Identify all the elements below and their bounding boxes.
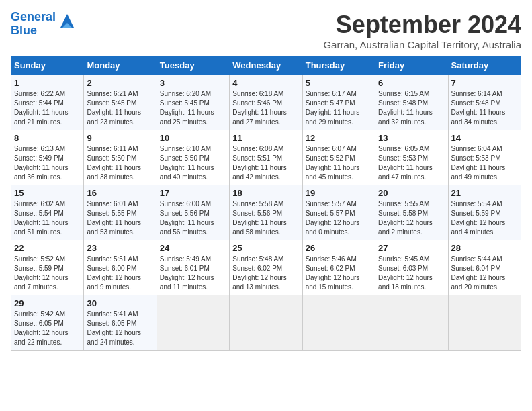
day-number: 28 [451, 243, 518, 253]
day-number: 16 [87, 188, 153, 198]
weekday-header-sunday: Sunday [11, 56, 84, 75]
weekday-header-row: SundayMondayTuesdayWednesdayThursdayFrid… [11, 56, 521, 75]
day-info: Sunrise: 6:17 AMSunset: 5:47 PMDaylight:… [306, 90, 360, 126]
day-number: 10 [160, 133, 226, 143]
calendar-cell [448, 295, 521, 351]
logo-icon [57, 11, 77, 31]
day-info: Sunrise: 5:41 AMSunset: 6:05 PMDaylight:… [87, 310, 141, 346]
calendar-cell [302, 295, 375, 351]
day-info: Sunrise: 5:42 AMSunset: 6:05 PMDaylight:… [14, 310, 69, 346]
day-number: 11 [232, 133, 299, 143]
calendar-cell: 30 Sunrise: 5:41 AMSunset: 6:05 PMDaylig… [84, 295, 157, 351]
weekday-header-monday: Monday [84, 56, 157, 75]
day-info: Sunrise: 5:51 AMSunset: 6:00 PMDaylight:… [87, 255, 141, 291]
day-number: 20 [378, 188, 445, 198]
calendar-week-row: 15 Sunrise: 6:02 AMSunset: 5:54 PMDaylig… [11, 185, 521, 240]
calendar-cell: 12 Sunrise: 6:07 AMSunset: 5:52 PMDaylig… [302, 130, 375, 185]
location-subtitle: Garran, Australian Capital Territory, Au… [323, 39, 521, 50]
day-number: 30 [87, 298, 153, 308]
day-number: 24 [160, 243, 226, 253]
logo-text: GeneralBlue [11, 11, 56, 38]
day-info: Sunrise: 6:05 AMSunset: 5:53 PMDaylight:… [378, 145, 433, 181]
day-info: Sunrise: 6:04 AMSunset: 5:53 PMDaylight:… [451, 145, 506, 181]
day-info: Sunrise: 6:15 AMSunset: 5:48 PMDaylight:… [378, 90, 433, 126]
calendar-cell: 13 Sunrise: 6:05 AMSunset: 5:53 PMDaylig… [375, 130, 448, 185]
month-title: September 2024 [323, 11, 521, 39]
day-number: 5 [306, 78, 372, 88]
title-area: September 2024 Garran, Australian Capita… [323, 11, 521, 50]
day-number: 6 [378, 78, 445, 88]
day-number: 2 [87, 78, 153, 88]
calendar-cell [230, 295, 302, 351]
calendar-week-row: 22 Sunrise: 5:52 AMSunset: 5:59 PMDaylig… [11, 240, 521, 295]
calendar-week-row: 29 Sunrise: 5:42 AMSunset: 6:05 PMDaylig… [11, 295, 521, 351]
calendar-cell [375, 295, 448, 351]
weekday-header-friday: Friday [375, 56, 448, 75]
day-number: 4 [232, 78, 299, 88]
calendar-cell: 4 Sunrise: 6:18 AMSunset: 5:46 PMDayligh… [230, 75, 302, 130]
day-info: Sunrise: 6:10 AMSunset: 5:50 PMDaylight:… [160, 145, 214, 181]
calendar-cell: 24 Sunrise: 5:49 AMSunset: 6:01 PMDaylig… [157, 240, 229, 295]
day-number: 14 [451, 133, 518, 143]
day-number: 17 [160, 188, 226, 198]
calendar-cell: 17 Sunrise: 6:00 AMSunset: 5:56 PMDaylig… [157, 185, 229, 240]
day-info: Sunrise: 5:44 AMSunset: 6:04 PMDaylight:… [451, 255, 506, 291]
calendar-cell: 6 Sunrise: 6:15 AMSunset: 5:48 PMDayligh… [375, 75, 448, 130]
calendar-cell: 8 Sunrise: 6:13 AMSunset: 5:49 PMDayligh… [11, 130, 84, 185]
calendar-cell: 10 Sunrise: 6:10 AMSunset: 5:50 PMDaylig… [157, 130, 229, 185]
calendar-cell: 3 Sunrise: 6:20 AMSunset: 5:45 PMDayligh… [157, 75, 229, 130]
day-info: Sunrise: 6:18 AMSunset: 5:46 PMDaylight:… [232, 90, 287, 126]
weekday-header-saturday: Saturday [448, 56, 521, 75]
day-info: Sunrise: 6:13 AMSunset: 5:49 PMDaylight:… [14, 145, 69, 181]
day-number: 23 [87, 243, 153, 253]
day-number: 27 [378, 243, 445, 253]
calendar-cell: 9 Sunrise: 6:11 AMSunset: 5:50 PMDayligh… [84, 130, 157, 185]
day-number: 25 [232, 243, 299, 253]
calendar-cell: 11 Sunrise: 6:08 AMSunset: 5:51 PMDaylig… [230, 130, 302, 185]
day-info: Sunrise: 6:22 AMSunset: 5:44 PMDaylight:… [14, 90, 69, 126]
calendar-cell: 7 Sunrise: 6:14 AMSunset: 5:48 PMDayligh… [448, 75, 521, 130]
day-info: Sunrise: 5:52 AMSunset: 5:59 PMDaylight:… [14, 255, 69, 291]
day-number: 7 [451, 78, 518, 88]
calendar-cell: 15 Sunrise: 6:02 AMSunset: 5:54 PMDaylig… [11, 185, 84, 240]
weekday-header-thursday: Thursday [302, 56, 375, 75]
calendar-cell: 18 Sunrise: 5:58 AMSunset: 5:56 PMDaylig… [230, 185, 302, 240]
calendar-week-row: 1 Sunrise: 6:22 AMSunset: 5:44 PMDayligh… [11, 75, 521, 130]
logo: GeneralBlue [11, 11, 77, 38]
day-info: Sunrise: 5:46 AMSunset: 6:02 PMDaylight:… [306, 255, 360, 291]
day-info: Sunrise: 6:00 AMSunset: 5:56 PMDaylight:… [160, 200, 214, 236]
calendar-cell: 23 Sunrise: 5:51 AMSunset: 6:00 PMDaylig… [84, 240, 157, 295]
calendar-cell: 28 Sunrise: 5:44 AMSunset: 6:04 PMDaylig… [448, 240, 521, 295]
calendar-cell: 26 Sunrise: 5:46 AMSunset: 6:02 PMDaylig… [302, 240, 375, 295]
day-number: 1 [14, 78, 81, 88]
page-header: GeneralBlue September 2024 Garran, Austr… [11, 11, 521, 50]
weekday-header-wednesday: Wednesday [230, 56, 302, 75]
calendar-cell: 2 Sunrise: 6:21 AMSunset: 5:45 PMDayligh… [84, 75, 157, 130]
day-number: 18 [232, 188, 299, 198]
calendar-cell: 16 Sunrise: 6:01 AMSunset: 5:55 PMDaylig… [84, 185, 157, 240]
day-info: Sunrise: 6:02 AMSunset: 5:54 PMDaylight:… [14, 200, 69, 236]
calendar-cell: 5 Sunrise: 6:17 AMSunset: 5:47 PMDayligh… [302, 75, 375, 130]
calendar-week-row: 8 Sunrise: 6:13 AMSunset: 5:49 PMDayligh… [11, 130, 521, 185]
day-number: 22 [14, 243, 81, 253]
day-info: Sunrise: 6:11 AMSunset: 5:50 PMDaylight:… [87, 145, 141, 181]
day-number: 26 [306, 243, 372, 253]
calendar-cell: 19 Sunrise: 5:57 AMSunset: 5:57 PMDaylig… [302, 185, 375, 240]
day-number: 13 [378, 133, 445, 143]
day-number: 12 [306, 133, 372, 143]
day-number: 9 [87, 133, 153, 143]
calendar-cell: 29 Sunrise: 5:42 AMSunset: 6:05 PMDaylig… [11, 295, 84, 351]
day-info: Sunrise: 6:21 AMSunset: 5:45 PMDaylight:… [87, 90, 141, 126]
weekday-header-tuesday: Tuesday [157, 56, 229, 75]
day-number: 29 [14, 298, 81, 308]
day-number: 19 [306, 188, 372, 198]
day-info: Sunrise: 6:08 AMSunset: 5:51 PMDaylight:… [232, 145, 287, 181]
day-info: Sunrise: 6:20 AMSunset: 5:45 PMDaylight:… [160, 90, 214, 126]
calendar-cell: 1 Sunrise: 6:22 AMSunset: 5:44 PMDayligh… [11, 75, 84, 130]
day-info: Sunrise: 5:58 AMSunset: 5:56 PMDaylight:… [232, 200, 287, 236]
day-info: Sunrise: 5:55 AMSunset: 5:58 PMDaylight:… [378, 200, 433, 236]
calendar-cell: 22 Sunrise: 5:52 AMSunset: 5:59 PMDaylig… [11, 240, 84, 295]
day-info: Sunrise: 5:49 AMSunset: 6:01 PMDaylight:… [160, 255, 214, 291]
day-number: 8 [14, 133, 81, 143]
calendar-cell: 21 Sunrise: 5:54 AMSunset: 5:59 PMDaylig… [448, 185, 521, 240]
